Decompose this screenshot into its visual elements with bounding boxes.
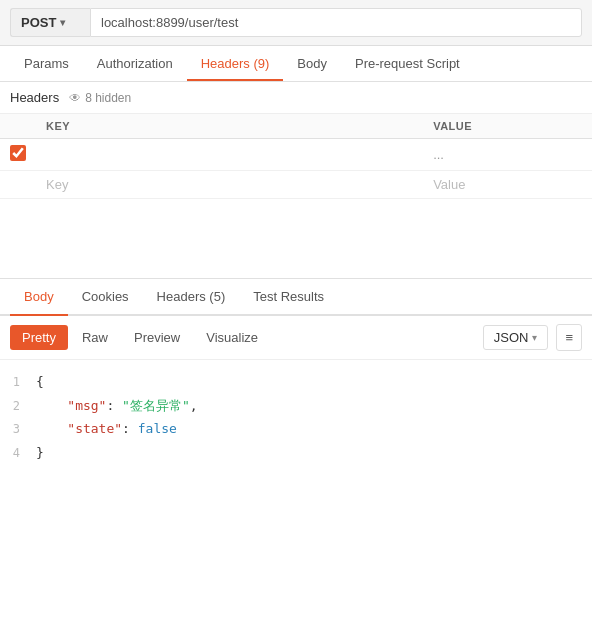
json-line-4: 4 } bbox=[0, 441, 592, 465]
mid-spacer bbox=[0, 199, 592, 279]
line-num-4: 4 bbox=[0, 443, 36, 465]
json-brace-close: } bbox=[36, 441, 44, 464]
response-tabs-bar: Body Cookies Headers (5) Test Results bbox=[0, 279, 592, 316]
placeholder-row: Key Value bbox=[0, 171, 592, 199]
json-brace-open: { bbox=[36, 370, 44, 393]
response-toolbar: Pretty Raw Preview Visualize JSON ▾ ≡ bbox=[0, 316, 592, 360]
wrap-button[interactable]: ≡ bbox=[556, 324, 582, 351]
format-tab-preview[interactable]: Preview bbox=[122, 325, 192, 350]
line-num-2: 2 bbox=[0, 396, 36, 418]
placeholder-key[interactable]: Key bbox=[36, 171, 423, 199]
json-line-2: 2 "msg" : "签名异常" , bbox=[0, 394, 592, 418]
json-colon-2: : bbox=[122, 417, 138, 440]
json-comma-1: , bbox=[190, 394, 198, 417]
request-tabs: Params Authorization Headers (9) Body Pr… bbox=[0, 46, 592, 82]
hidden-count: 8 hidden bbox=[85, 91, 131, 105]
line-num-3: 3 bbox=[0, 419, 36, 441]
json-key-msg: "msg" bbox=[36, 394, 106, 417]
json-line-3: 3 "state" : false bbox=[0, 417, 592, 441]
json-key-state: "state" bbox=[36, 417, 122, 440]
format-tab-raw[interactable]: Raw bbox=[70, 325, 120, 350]
json-body: 1 { 2 "msg" : "签名异常" , 3 "state" : false… bbox=[0, 360, 592, 474]
type-dropdown[interactable]: JSON ▾ bbox=[483, 325, 549, 350]
headers-section: Headers 👁 8 hidden bbox=[0, 82, 592, 114]
tab-params[interactable]: Params bbox=[10, 46, 83, 81]
table-row: ... bbox=[0, 139, 592, 171]
resp-tab-test-results[interactable]: Test Results bbox=[239, 279, 338, 314]
wrap-icon: ≡ bbox=[565, 330, 573, 345]
method-select[interactable]: POST ▾ bbox=[10, 8, 90, 37]
method-chevron: ▾ bbox=[60, 17, 65, 28]
col-value: VALUE bbox=[423, 114, 592, 139]
resp-tab-cookies[interactable]: Cookies bbox=[68, 279, 143, 314]
placeholder-value[interactable]: Value bbox=[423, 171, 592, 199]
type-dropdown-label: JSON bbox=[494, 330, 529, 345]
placeholder-checkbox-cell bbox=[0, 171, 36, 199]
row-key[interactable] bbox=[36, 139, 423, 171]
row-checkbox[interactable] bbox=[10, 145, 26, 161]
url-input[interactable] bbox=[90, 8, 582, 37]
method-label: POST bbox=[21, 15, 56, 30]
headers-table-header-row: KEY VALUE bbox=[0, 114, 592, 139]
headers-section-label: Headers bbox=[10, 90, 59, 105]
col-key: KEY bbox=[36, 114, 423, 139]
url-bar: POST ▾ bbox=[0, 0, 592, 46]
type-dropdown-chevron: ▾ bbox=[532, 332, 537, 343]
json-lines: 1 { 2 "msg" : "签名异常" , 3 "state" : false… bbox=[0, 364, 592, 470]
resp-tab-headers[interactable]: Headers (5) bbox=[143, 279, 240, 314]
tab-headers[interactable]: Headers (9) bbox=[187, 46, 284, 81]
hidden-toggle[interactable]: 👁 8 hidden bbox=[69, 91, 131, 105]
eye-icon: 👁 bbox=[69, 91, 81, 105]
col-checkbox bbox=[0, 114, 36, 139]
tab-authorization[interactable]: Authorization bbox=[83, 46, 187, 81]
resp-tab-body[interactable]: Body bbox=[10, 279, 68, 314]
json-value-state: false bbox=[138, 417, 177, 440]
format-tab-pretty[interactable]: Pretty bbox=[10, 325, 68, 350]
json-line-1: 1 { bbox=[0, 370, 592, 394]
json-value-msg: "签名异常" bbox=[122, 394, 190, 417]
headers-table: KEY VALUE ... Key Value bbox=[0, 114, 592, 199]
line-num-1: 1 bbox=[0, 372, 36, 394]
tab-body[interactable]: Body bbox=[283, 46, 341, 81]
tab-pre-request[interactable]: Pre-request Script bbox=[341, 46, 474, 81]
row-checkbox-cell[interactable] bbox=[0, 139, 36, 171]
format-tab-visualize[interactable]: Visualize bbox=[194, 325, 270, 350]
row-value[interactable]: ... bbox=[423, 139, 592, 171]
json-colon-1: : bbox=[106, 394, 122, 417]
